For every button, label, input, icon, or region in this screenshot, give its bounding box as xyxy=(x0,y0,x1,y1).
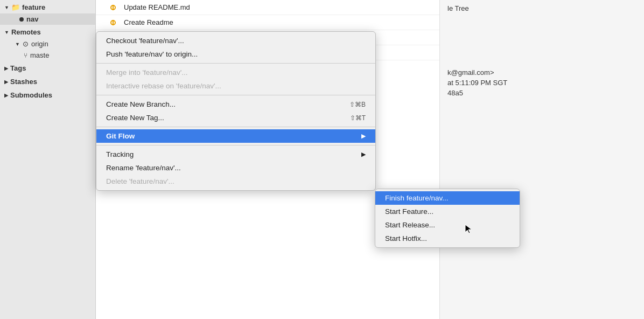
tracking-label: Tracking xyxy=(106,150,134,158)
delete-menu-item: Delete 'feature/nav'... xyxy=(96,175,375,188)
file-tree-label: le Tree xyxy=(447,4,636,12)
start-hotfix-submenu-item[interactable]: Start Hotfix... xyxy=(375,232,520,245)
create-tag-label: Create New Tag... xyxy=(106,114,164,122)
nav-branch-label: nav xyxy=(26,15,38,23)
push-label: Push 'feature/nav' to origin... xyxy=(106,50,198,58)
tags-label: Tags xyxy=(10,64,26,72)
origin-label: origin xyxy=(31,40,48,48)
rebase-label: Interactive rebase on 'feature/nav'... xyxy=(106,82,221,90)
start-feature-submenu-item[interactable]: Start Feature... xyxy=(375,205,520,218)
remotes-section-header[interactable]: ▼ Remotes xyxy=(0,25,95,38)
merge-label: Merge into 'feature/nav'... xyxy=(106,68,188,77)
merge-menu-item: Merge into 'feature/nav'... xyxy=(96,66,375,79)
finish-feature-submenu-item[interactable]: Finish feature/nav... xyxy=(375,191,520,205)
delete-label: Delete 'feature/nav'... xyxy=(106,177,174,185)
rebase-menu-item: Interactive rebase on 'feature/nav'... xyxy=(96,79,375,93)
gitflow-arrow-icon: ▶ xyxy=(361,133,366,140)
feature-branch-label: feature xyxy=(22,3,45,11)
push-menu-item[interactable]: Push 'feature/nav' to origin... xyxy=(96,47,375,61)
triangle-icon: ▼ xyxy=(4,5,9,10)
tracking-menu-item[interactable]: Tracking ▶ xyxy=(96,148,375,161)
separator-1 xyxy=(96,63,375,64)
remotes-content: ▼ ⊙ origin ⑂ maste xyxy=(0,38,95,61)
sidebar: ▼ 📁 feature nav ▼ Remotes ▼ ⊙ origin ⑂ m… xyxy=(0,0,96,319)
active-branch-dot xyxy=(19,17,24,22)
fork-icon: ⑂ xyxy=(24,52,27,59)
remotes-label: Remotes xyxy=(11,28,41,36)
feature-branch-group[interactable]: ▼ 📁 feature xyxy=(0,0,95,13)
checkout-menu-item[interactable]: Checkout 'feature/nav'... xyxy=(96,34,375,47)
separator-2 xyxy=(96,95,375,95)
master-item[interactable]: ⑂ maste xyxy=(0,50,95,61)
rename-menu-item[interactable]: Rename 'feature/nav'... xyxy=(96,161,375,175)
tags-section-header[interactable]: ▶ Tags xyxy=(0,61,95,74)
master-label: maste xyxy=(30,51,49,59)
time-row: at 5:11:09 PM SGT xyxy=(447,79,636,87)
graph-col xyxy=(102,20,124,25)
start-feature-label: Start Feature... xyxy=(385,207,433,216)
stashes-section-header[interactable]: ▶ Stashes xyxy=(0,74,95,88)
origin-item[interactable]: ▼ ⊙ origin xyxy=(0,38,95,50)
start-release-label: Start Release... xyxy=(385,221,435,229)
start-hotfix-label: Start Hotfix... xyxy=(385,234,427,242)
gitflow-submenu: Finish feature/nav... Start Feature... S… xyxy=(375,189,520,248)
github-icon: ⊙ xyxy=(23,40,29,48)
nav-branch-item[interactable]: nav xyxy=(0,13,95,25)
hash-row: 48a5 xyxy=(447,89,636,97)
start-release-submenu-item[interactable]: Start Release... xyxy=(375,218,520,232)
gitflow-menu-item[interactable]: Git Flow ▶ xyxy=(96,129,375,143)
create-tag-shortcut: ⇧⌘T xyxy=(350,114,366,122)
separator-3 xyxy=(96,127,375,127)
gitflow-label: Git Flow xyxy=(106,132,135,140)
checkout-label: Checkout 'feature/nav'... xyxy=(106,37,184,45)
email-row: k@gmail.com> xyxy=(447,68,636,77)
separator-4 xyxy=(96,145,375,145)
tracking-arrow-icon: ▶ xyxy=(361,151,366,158)
stashes-label: Stashes xyxy=(10,78,37,86)
stashes-triangle-icon: ▶ xyxy=(4,79,8,85)
context-menu: Checkout 'feature/nav'... Push 'feature/… xyxy=(96,31,376,191)
graph-line xyxy=(113,20,114,25)
create-branch-label: Create New Branch... xyxy=(106,100,176,108)
tags-triangle-icon: ▶ xyxy=(4,66,8,71)
submodules-triangle-icon: ▶ xyxy=(4,93,8,98)
triangle-icon: ▼ xyxy=(15,41,20,47)
create-branch-shortcut: ⇧⌘B xyxy=(349,101,366,108)
graph-col xyxy=(102,5,124,10)
folder-icon: 📁 xyxy=(11,3,20,11)
submodules-section-header[interactable]: ▶ Submodules xyxy=(0,88,95,101)
create-tag-menu-item[interactable]: Create New Tag... ⇧⌘T xyxy=(96,111,375,124)
detail-panel: le Tree k@gmail.com> at 5:11:09 PM SGT 4… xyxy=(439,0,644,319)
create-branch-menu-item[interactable]: Create New Branch... ⇧⌘B xyxy=(96,98,375,111)
rename-label: Rename 'feature/nav'... xyxy=(106,164,181,172)
submodules-label: Submodules xyxy=(10,91,52,99)
finish-feature-label: Finish feature/nav... xyxy=(385,194,449,202)
graph-line xyxy=(113,5,114,10)
remotes-triangle-icon: ▼ xyxy=(4,30,9,35)
